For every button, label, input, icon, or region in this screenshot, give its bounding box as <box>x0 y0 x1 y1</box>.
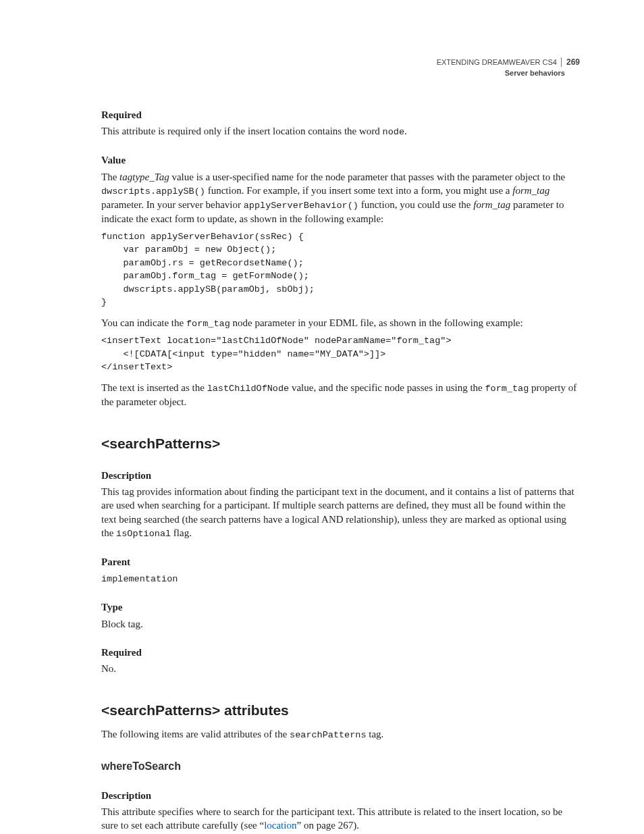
where-description-heading: Description <box>101 789 580 802</box>
text: flag. <box>171 527 192 538</box>
text: function, you could use the <box>358 199 473 210</box>
book-title: EXTENDING DREAMWEAVER CS4 <box>437 58 557 66</box>
code-block-1: function applyServerBehavior(ssRec) { va… <box>101 230 580 309</box>
wheretosearch-heading: whereToSearch <box>101 759 580 774</box>
description-heading: Description <box>101 469 580 482</box>
page: EXTENDING DREAMWEAVER CS4 269 Server beh… <box>0 0 644 834</box>
required-heading: Required <box>101 108 580 122</box>
section-name: Server behaviors <box>437 68 580 78</box>
value-paragraph-1: The tagtype_Tag value is a user-specifie… <box>101 170 580 226</box>
body-content: Required This attribute is required only… <box>101 108 580 832</box>
value-paragraph-2: You can indicate the form_tag node param… <box>101 316 580 330</box>
inline-code: node <box>383 127 404 137</box>
text: tag. <box>367 729 384 739</box>
text: . <box>404 126 407 136</box>
inline-code: lastChildOfNode <box>207 384 290 394</box>
type-heading: Type <box>101 600 580 614</box>
inline-code: dwscripts.applySB() <box>101 186 205 197</box>
text: ” on page 267). <box>296 820 358 831</box>
where-description-paragraph: This attribute specifies where to search… <box>101 805 580 833</box>
parent-heading: Parent <box>101 555 580 569</box>
inline-code: form_tag <box>186 319 230 329</box>
text: function. For example, if you insert som… <box>205 185 512 196</box>
italic-term: form_tag <box>512 185 549 196</box>
inline-code: isOptional <box>116 529 171 539</box>
text: You can indicate the <box>101 317 186 328</box>
inline-code: searchPatterns <box>290 730 366 740</box>
code-block-2: <insertText location="lastChildOfNode" n… <box>101 334 580 374</box>
inline-code: form_tag <box>485 384 529 394</box>
value-heading: Value <box>101 153 580 167</box>
text: This attribute is required only if the i… <box>101 126 383 136</box>
text: The <box>101 172 119 182</box>
running-header: EXTENDING DREAMWEAVER CS4 269 Server beh… <box>437 57 580 78</box>
inline-code: applyServerBehavior() <box>244 201 358 211</box>
attributes-intro: The following items are valid attributes… <box>101 727 580 741</box>
attributes-heading: <searchPatterns> attributes <box>101 701 580 720</box>
text: node parameter in your EDML file, as sho… <box>230 317 523 328</box>
value-paragraph-3: The text is inserted as the lastChildOfN… <box>101 381 580 409</box>
text: The following items are valid attributes… <box>101 729 290 739</box>
text: The text is inserted as the <box>101 382 207 393</box>
location-link[interactable]: location <box>264 820 296 831</box>
text: parameter. In your server behavior <box>101 199 244 210</box>
italic-term: tagtype_Tag <box>119 172 169 182</box>
required-paragraph: This attribute is required only if the i… <box>101 124 580 138</box>
searchpatterns-heading: <searchPatterns> <box>101 434 580 453</box>
parent-code: implementation <box>101 574 178 584</box>
type-text: Block tag. <box>101 617 580 631</box>
description-paragraph: This tag provides information about find… <box>101 485 580 540</box>
required-text: No. <box>101 662 580 675</box>
required-heading-2: Required <box>101 646 580 659</box>
text: value is a user-specified name for the n… <box>169 172 566 182</box>
italic-term: form_tag <box>473 199 510 210</box>
page-number: 269 <box>566 57 580 67</box>
text: value, and the specific node passes in u… <box>289 382 485 393</box>
